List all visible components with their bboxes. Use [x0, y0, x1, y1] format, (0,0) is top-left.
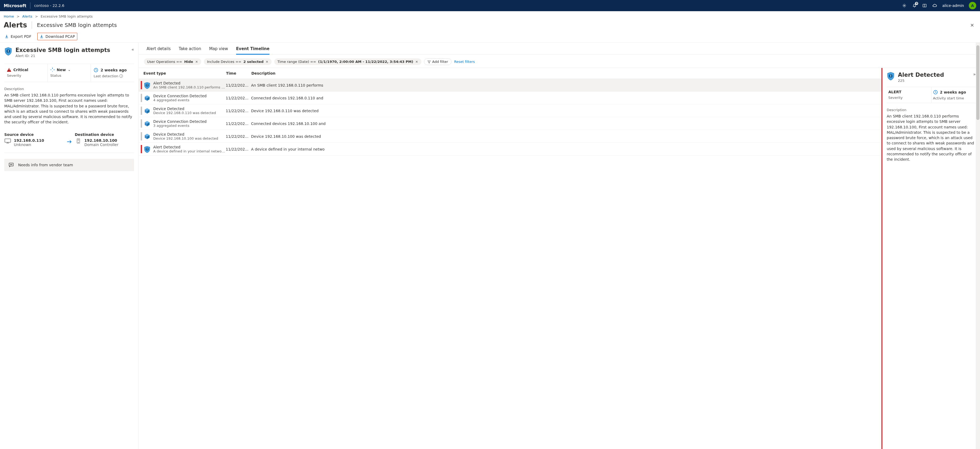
- col-description[interactable]: Description: [251, 71, 879, 75]
- filter-value: (1/1/1970, 2:00:00 AM - 11/22/2022, 3:54…: [318, 60, 414, 64]
- download-icon: [5, 35, 8, 38]
- svg-rect-23: [147, 84, 147, 86]
- reset-filters-link[interactable]: Reset filters: [454, 60, 475, 64]
- needs-info-label: Needs info from vendor team: [18, 163, 73, 167]
- notifications-icon[interactable]: 0: [912, 3, 917, 8]
- download-icon: [40, 35, 43, 38]
- cloud-icon[interactable]: [932, 3, 937, 8]
- breadcrumb-sep: >: [17, 14, 20, 18]
- breadcrumb-alerts[interactable]: Alerts: [22, 14, 32, 18]
- notification-badge: 0: [915, 2, 918, 5]
- event-subtitle: A device defined in your internal networ…: [153, 149, 226, 153]
- avatar[interactable]: A: [969, 2, 976, 10]
- event-title: Alert Detected: [153, 145, 226, 149]
- scrollbar-track[interactable]: [976, 43, 980, 449]
- tab-take-action[interactable]: Take action: [178, 46, 201, 54]
- settings-icon[interactable]: [902, 3, 907, 8]
- table-row[interactable]: Device Connection Detected 4 aggregated …: [138, 92, 881, 105]
- brand-logo[interactable]: Microsoft: [4, 3, 26, 8]
- detection-cell: 2 weeks ago Last detection i: [91, 64, 134, 82]
- reading-icon[interactable]: [922, 3, 927, 8]
- breadcrumb-home[interactable]: Home: [4, 14, 14, 18]
- svg-rect-4: [8, 50, 8, 52]
- shield-alert-icon: [144, 82, 151, 89]
- event-subtitle: 4 aggregated events: [153, 98, 226, 102]
- event-detail-panel: Alert Detected 225 » ALERT Severity 2 we…: [881, 68, 980, 449]
- status-label: Status: [50, 73, 88, 78]
- source-type: Unknown: [14, 143, 44, 147]
- alert-header: Excessive SMB login attempts Alert ID: 2…: [4, 47, 134, 58]
- add-filter-button[interactable]: Add filter: [424, 58, 452, 65]
- event-time: 11/22/202...: [226, 96, 251, 100]
- svg-rect-5: [8, 52, 8, 53]
- table-row[interactable]: Device Detected Device 192.168.0.110 was…: [138, 105, 881, 117]
- scrollbar-thumb[interactable]: [976, 45, 980, 120]
- detail-start-label: Activity start time: [933, 96, 974, 100]
- filter-time-range[interactable]: Time range (Date) == (1/1/1970, 2:00:00 …: [274, 58, 422, 65]
- event-title: Device Connection Detected: [153, 119, 226, 124]
- svg-rect-30: [891, 77, 891, 77]
- event-title: Device Connection Detected: [153, 94, 226, 98]
- expand-right-icon[interactable]: »: [973, 72, 976, 77]
- monitor-icon: [4, 138, 11, 143]
- svg-point-15: [78, 142, 79, 143]
- filter-value: 2 selected: [243, 60, 263, 64]
- table-row[interactable]: Device Detected Device 192.168.10.100 wa…: [138, 130, 881, 143]
- header-right: 0 alice-admin A: [902, 2, 976, 10]
- download-pcap-label: Download PCAP: [46, 34, 75, 39]
- filter-include-devices[interactable]: Include Devices == 2 selected ✕: [204, 58, 272, 65]
- download-pcap-button[interactable]: Download PCAP: [37, 33, 77, 40]
- close-icon[interactable]: ✕: [415, 60, 418, 64]
- svg-rect-24: [147, 86, 147, 86]
- comment-icon: [8, 162, 14, 167]
- header-divider: [30, 2, 30, 9]
- col-event-type[interactable]: Event type: [141, 71, 226, 75]
- table-row[interactable]: Alert Detected A device defined in your …: [138, 143, 881, 156]
- collapse-left-icon[interactable]: «: [131, 47, 134, 52]
- tabs: Alert details Take action Map view Event…: [138, 43, 980, 55]
- dest-ip[interactable]: 192.168.10.100: [84, 138, 119, 143]
- alert-stats-row: Critical Severity New ⌄ Status 2 weeks a…: [4, 64, 134, 82]
- needs-info-box[interactable]: Needs info from vendor team: [4, 159, 134, 171]
- tab-map-view[interactable]: Map view: [209, 46, 228, 54]
- cube-icon: [144, 95, 151, 102]
- device-row: Source device 192.168.0.110 Unknown Dest…: [4, 132, 134, 153]
- dest-type: Domain Controller: [84, 143, 119, 147]
- detail-stats: ALERT Severity 2 weeks ago Activity star…: [887, 87, 976, 103]
- svg-rect-6: [52, 68, 53, 69]
- shield-alert-icon: [4, 47, 12, 56]
- breadcrumb-sep: >: [35, 14, 38, 18]
- event-title: Device Detected: [153, 107, 226, 111]
- event-time: 11/22/202...: [226, 109, 251, 113]
- export-pdf-button[interactable]: Export PDF: [3, 33, 33, 40]
- close-icon[interactable]: ✕: [196, 60, 198, 64]
- detail-desc-label: Description: [887, 108, 976, 112]
- detail-header: Alert Detected 225 »: [887, 72, 976, 83]
- svg-rect-27: [147, 150, 147, 150]
- detail-start-cell: 2 weeks ago Activity start time: [931, 87, 976, 103]
- info-icon[interactable]: i: [119, 74, 123, 78]
- breadcrumb-current: Excessive SMB login attempts: [40, 14, 92, 18]
- detail-severity-label: Severity: [888, 96, 930, 100]
- col-time[interactable]: Time: [226, 71, 251, 75]
- event-time: 11/22/202...: [226, 134, 251, 139]
- severity-cell: Critical Severity: [4, 64, 48, 82]
- svg-point-21: [12, 164, 12, 165]
- close-icon[interactable]: ✕: [266, 60, 268, 64]
- table-row[interactable]: Alert Detected An SMB client 192.168.0.1…: [138, 79, 881, 92]
- table-row[interactable]: Device Connection Detected 3 aggregated …: [138, 117, 881, 130]
- source-device-block: Source device 192.168.0.110 Unknown: [4, 132, 64, 147]
- filter-value: Hide: [184, 60, 193, 64]
- status-cell[interactable]: New ⌄ Status: [48, 64, 91, 82]
- filter-user-operations[interactable]: User Operations == Hide ✕: [144, 58, 201, 65]
- event-subtitle: Device 192.168.0.110 was detected: [153, 111, 226, 115]
- event-description: Connected devices 192.168.0.110 and: [251, 96, 879, 100]
- source-ip[interactable]: 192.168.0.110: [14, 138, 44, 143]
- svg-rect-26: [147, 148, 147, 150]
- svg-rect-8: [50, 70, 51, 70]
- tab-event-timeline[interactable]: Event Timeline: [236, 46, 270, 55]
- table-header: Event type Time Description: [138, 68, 881, 79]
- close-icon[interactable]: ✕: [968, 21, 976, 29]
- tab-alert-details[interactable]: Alert details: [146, 46, 170, 54]
- username-label[interactable]: alice-admin: [942, 3, 964, 8]
